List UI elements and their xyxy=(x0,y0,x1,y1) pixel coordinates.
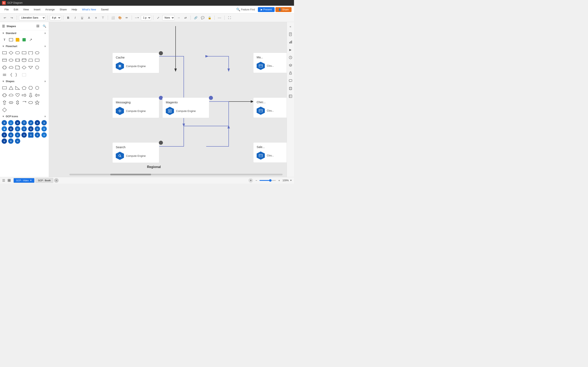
sh-cross2[interactable] xyxy=(2,92,7,98)
shape-button[interactable]: ⬜ xyxy=(110,15,116,21)
sh-dbl-arrow-v[interactable] xyxy=(15,100,20,105)
shapes-section-header[interactable]: ▼ Shapes × xyxy=(0,78,49,84)
canvas-area[interactable]: Cache Compute Engine Messaging Compute E… xyxy=(49,22,287,177)
gcp-icon-4[interactable]: Ⓐ xyxy=(21,120,27,125)
sh-hex[interactable] xyxy=(28,85,34,91)
search-node[interactable]: Search Compute Engine xyxy=(112,142,159,163)
fc-cloud[interactable] xyxy=(8,65,14,70)
comment-icon[interactable] xyxy=(288,78,293,83)
note-shape[interactable] xyxy=(15,37,20,43)
gcp-icon-23[interactable]: ⊕ xyxy=(8,138,13,144)
ma-top-node[interactable]: Ma... Clou... xyxy=(253,53,287,73)
waypoint-button[interactable]: ⤢ xyxy=(155,15,161,21)
tooltip-button[interactable]: 💬 xyxy=(200,15,205,21)
feature-find[interactable]: 🔍 Feature Find xyxy=(236,8,255,11)
more-button[interactable]: ⋯ xyxy=(217,15,222,21)
collapse-panel-icon[interactable]: « xyxy=(288,24,293,29)
sh-pentagon[interactable] xyxy=(21,85,27,91)
align-left-button[interactable]: ≡ xyxy=(93,15,99,21)
line-style-dropdown[interactable]: — ▾ xyxy=(134,15,140,21)
sh-circle[interactable] xyxy=(34,85,40,91)
sh-right-tri[interactable] xyxy=(15,85,20,91)
magento-node[interactable]: Magento Compute Engine xyxy=(162,98,209,118)
gcp-icon-20[interactable]: ⊕ xyxy=(35,132,40,138)
fc-diamond2[interactable] xyxy=(21,65,27,70)
image-search-icon[interactable]: 🖼 xyxy=(35,24,40,29)
fc-proc[interactable] xyxy=(15,57,20,63)
fc-cylinder[interactable] xyxy=(21,57,27,63)
cache-node[interactable]: Cache Compute Engine xyxy=(112,53,159,73)
standard-close[interactable]: × xyxy=(43,32,47,35)
gcp-icon-1[interactable]: ⚙ xyxy=(2,120,7,125)
fc-brace[interactable] xyxy=(15,72,20,78)
menu-share[interactable]: Share xyxy=(58,7,69,12)
zoom-bar[interactable] xyxy=(259,180,276,181)
fullscreen-button[interactable]: ⛶ xyxy=(227,15,232,21)
align-top-button[interactable]: ⊤ xyxy=(100,15,106,21)
gcp-icon-11[interactable]: ⊕ xyxy=(21,126,27,132)
share-button[interactable]: 👤 Share xyxy=(276,7,292,12)
link-button[interactable]: 🔗 xyxy=(193,15,199,21)
flowchart-close[interactable]: × xyxy=(43,45,47,48)
menu-edit[interactable]: Edit xyxy=(12,7,20,12)
menu-file[interactable]: File xyxy=(2,7,11,12)
fc-rect[interactable] xyxy=(2,50,7,56)
zoom-in-button[interactable]: + xyxy=(277,178,281,183)
map-icon[interactable]: ⊕ xyxy=(249,178,253,183)
tab-gcp-video[interactable]: GCP - Video ▼ xyxy=(13,178,35,183)
gcp-icon-14[interactable]: ⊕ xyxy=(42,126,47,132)
font-family-select[interactable]: Liberation Sans xyxy=(19,15,45,20)
sh-heart[interactable] xyxy=(15,92,20,98)
fc-rect4[interactable] xyxy=(34,57,40,63)
scrollbar-thumb[interactable] xyxy=(110,174,151,175)
tab-grid-icon[interactable] xyxy=(8,179,11,182)
search-shapes-icon[interactable]: 🔍 xyxy=(42,24,47,29)
gcp-icon-5[interactable]: ⇄ xyxy=(28,120,34,125)
sh-diamond[interactable] xyxy=(2,107,7,113)
fc-rect2[interactable] xyxy=(21,50,27,56)
gcp-icon-7[interactable]: ⊛ xyxy=(42,120,47,125)
underline-button[interactable]: U xyxy=(79,15,85,21)
gcp-icon-15[interactable]: ⊕ xyxy=(2,132,7,138)
gcp-icon-6[interactable]: ⊕ xyxy=(35,120,40,125)
gcp-icon-19[interactable]: ⊕ xyxy=(28,132,34,138)
gcp-icon-13[interactable]: ⊕ xyxy=(35,126,40,132)
menu-arrange[interactable]: Arrange xyxy=(43,7,57,12)
menu-saved[interactable]: Saved xyxy=(99,7,111,12)
sh-rect[interactable] xyxy=(2,85,7,91)
lock-button[interactable]: 🔒 xyxy=(207,15,212,21)
gcp-icon-3[interactable]: ⊞ xyxy=(15,120,20,125)
fc-hexagon[interactable] xyxy=(34,50,40,56)
horizontal-scrollbar[interactable] xyxy=(69,174,283,175)
sh-triangle[interactable] xyxy=(8,85,14,91)
tab-gcp-booth[interactable]: GCP - Booth xyxy=(35,178,53,183)
gcp-icon-12[interactable]: ⊕ xyxy=(28,126,34,132)
undo-button[interactable]: ↩ xyxy=(2,15,8,21)
sh-arrow-u[interactable] xyxy=(2,100,7,105)
gcp-icon-24[interactable]: ⊕ xyxy=(15,138,20,144)
fc-rounded[interactable] xyxy=(15,50,20,56)
gcp-icon-16[interactable]: ⊕ xyxy=(8,132,13,138)
flowchart-section-header[interactable]: ▼ Flowchart × xyxy=(0,43,49,49)
sh-arrow-l[interactable] xyxy=(34,92,40,98)
gcp-icon-21[interactable]: ⊕ xyxy=(42,132,47,138)
sh-oval[interactable] xyxy=(28,100,34,105)
gcp-icon-2[interactable]: ◎ xyxy=(8,120,13,125)
fc-pentagon[interactable] xyxy=(28,50,34,56)
sale-node[interactable]: Sale... Clou... xyxy=(253,142,287,163)
messaging-node[interactable]: Messaging Compute Engine xyxy=(112,98,159,118)
play-icon[interactable]: ▶ xyxy=(288,47,293,53)
fc-lines1[interactable] xyxy=(2,72,7,78)
bold-button[interactable]: B xyxy=(65,15,71,21)
fc-oval[interactable] xyxy=(8,57,14,63)
gcp-icon-10[interactable]: ⊕ xyxy=(15,126,20,132)
clock-icon[interactable] xyxy=(288,55,293,60)
font-size-select[interactable]: 8 pt xyxy=(50,15,61,20)
zoom-dropdown[interactable]: ▼ xyxy=(290,179,292,182)
chart-icon[interactable] xyxy=(288,39,293,45)
line-width-select[interactable]: 1 px xyxy=(141,15,151,20)
gcp-icons-section-header[interactable]: ▼ GCP Icons × xyxy=(0,114,49,119)
arrow-shape[interactable]: ↗ xyxy=(28,37,34,43)
gcp-icon-17[interactable]: ⊕ xyxy=(15,132,20,138)
gcp-icon-18[interactable]: ⊕ xyxy=(21,132,27,138)
